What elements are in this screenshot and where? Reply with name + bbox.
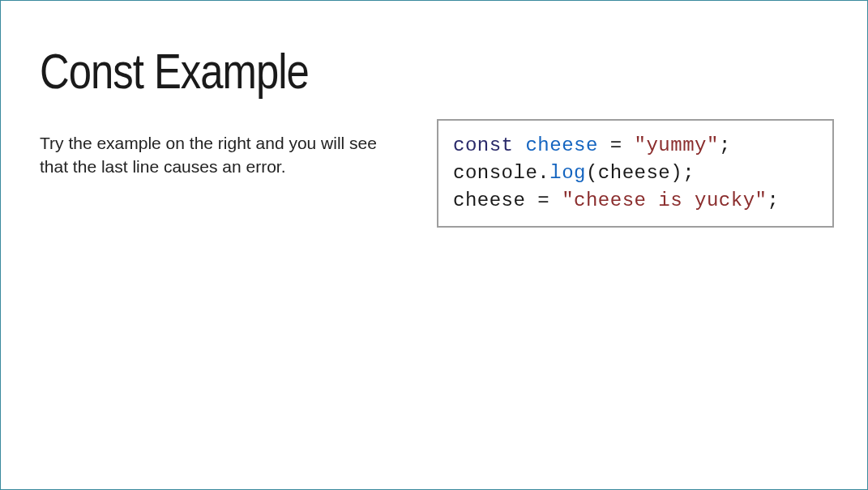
- code-string: "yummy": [635, 134, 719, 156]
- slide-title: Const Example: [40, 41, 827, 99]
- code-paren-close: ): [670, 162, 682, 184]
- code-string: "cheese is yucky": [562, 190, 767, 211]
- code-keyword: const: [453, 134, 514, 156]
- code-terminator: ;: [767, 190, 779, 211]
- slide-description: Try the example on the right and you wil…: [40, 131, 396, 179]
- code-example-box: const cheese = "yummy"; console.log(chee…: [437, 119, 834, 228]
- code-terminator: ;: [682, 162, 695, 184]
- slide-content: Try the example on the right and you wil…: [40, 131, 827, 228]
- code-operator: =: [598, 134, 635, 156]
- code-terminator: ;: [719, 134, 731, 156]
- code-identifier: cheese: [453, 190, 525, 211]
- code-example: const cheese = "yummy"; console.log(chee…: [453, 132, 818, 215]
- code-object: console: [453, 162, 537, 184]
- code-identifier: cheese: [525, 134, 597, 156]
- code-argument: cheese: [598, 162, 670, 184]
- slide: Const Example Try the example on the rig…: [1, 1, 867, 489]
- code-paren-open: (: [586, 162, 598, 184]
- code-dot: .: [537, 162, 549, 184]
- code-function: log: [549, 162, 586, 184]
- code-operator: =: [525, 190, 562, 211]
